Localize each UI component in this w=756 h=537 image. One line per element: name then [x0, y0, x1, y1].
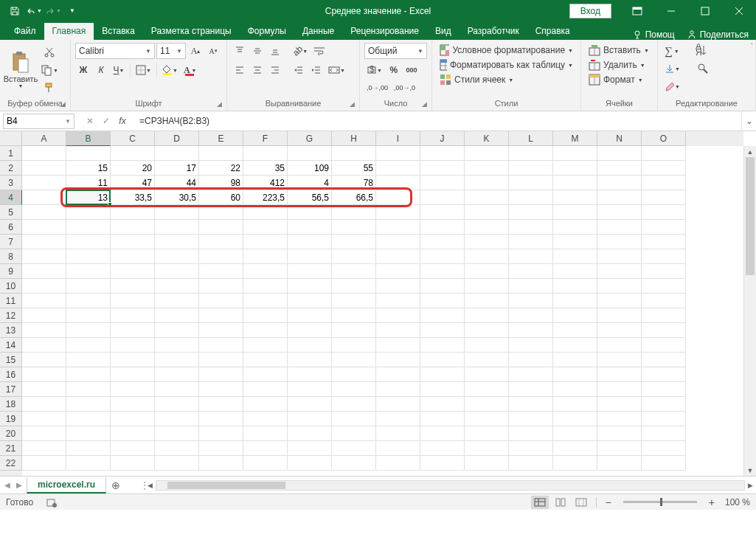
- cell[interactable]: [332, 235, 376, 249]
- cell[interactable]: [597, 323, 642, 338]
- cell[interactable]: [465, 190, 509, 205]
- cell[interactable]: [332, 146, 376, 161]
- cell[interactable]: [22, 412, 66, 426]
- cell[interactable]: [199, 412, 243, 426]
- row-header[interactable]: 1: [0, 146, 22, 161]
- cell[interactable]: [332, 220, 376, 235]
- tab-insert[interactable]: Вставка: [94, 23, 143, 40]
- tab-file[interactable]: Файл: [6, 23, 44, 40]
- cell[interactable]: [111, 146, 155, 161]
- align-bottom-icon[interactable]: [267, 43, 283, 59]
- cell[interactable]: [642, 190, 686, 205]
- cell[interactable]: [111, 338, 155, 353]
- cell[interactable]: [111, 441, 155, 456]
- cell[interactable]: [111, 279, 155, 294]
- tab-view[interactable]: Вид: [427, 23, 460, 40]
- cell[interactable]: [420, 441, 465, 456]
- cell[interactable]: [642, 161, 686, 176]
- cell[interactable]: [66, 205, 111, 220]
- percent-icon[interactable]: %: [386, 62, 402, 78]
- cell[interactable]: [509, 205, 553, 220]
- cell[interactable]: [465, 249, 509, 264]
- cell[interactable]: [509, 264, 553, 279]
- cell[interactable]: [332, 249, 376, 264]
- cell[interactable]: [332, 205, 376, 220]
- cell[interactable]: [288, 205, 332, 220]
- cell[interactable]: [111, 205, 155, 220]
- cell[interactable]: [332, 353, 376, 367]
- cell[interactable]: [597, 338, 642, 353]
- cell[interactable]: [288, 426, 332, 441]
- cell[interactable]: 98: [199, 176, 243, 190]
- cell[interactable]: [553, 353, 597, 367]
- row-header[interactable]: 21: [0, 441, 22, 456]
- cell[interactable]: [509, 353, 553, 367]
- cell[interactable]: [597, 190, 642, 205]
- font-launcher-icon[interactable]: ◢: [215, 99, 224, 108]
- cell[interactable]: [553, 426, 597, 441]
- font-size-combo[interactable]: 11▼: [156, 43, 186, 59]
- cell[interactable]: [243, 294, 288, 308]
- cell[interactable]: [243, 323, 288, 338]
- cell[interactable]: [155, 441, 199, 456]
- cell[interactable]: [199, 441, 243, 456]
- cell[interactable]: [420, 176, 465, 190]
- cell[interactable]: [465, 456, 509, 471]
- cell[interactable]: [66, 249, 111, 264]
- cell[interactable]: [22, 353, 66, 367]
- fill-icon[interactable]: ▼: [662, 60, 682, 77]
- cell[interactable]: [22, 205, 66, 220]
- cell[interactable]: [332, 412, 376, 426]
- cell[interactable]: [155, 323, 199, 338]
- cell[interactable]: [642, 294, 686, 308]
- signin-button[interactable]: Вход: [569, 4, 611, 18]
- cell[interactable]: [376, 323, 420, 338]
- cell[interactable]: [155, 235, 199, 249]
- cell[interactable]: [243, 235, 288, 249]
- cell[interactable]: [199, 353, 243, 367]
- cell[interactable]: [420, 205, 465, 220]
- cell[interactable]: [66, 456, 111, 471]
- cell[interactable]: [111, 426, 155, 441]
- borders-icon[interactable]: ▼: [133, 62, 153, 78]
- cell[interactable]: [66, 323, 111, 338]
- cell[interactable]: [642, 456, 686, 471]
- cell[interactable]: [199, 397, 243, 412]
- cell[interactable]: [465, 412, 509, 426]
- formula-bar[interactable]: =СРЗНАЧ(B2:B3): [135, 114, 741, 129]
- cell[interactable]: [288, 308, 332, 323]
- number-launcher-icon[interactable]: ◢: [420, 99, 429, 108]
- cell[interactable]: [111, 308, 155, 323]
- cell[interactable]: [376, 397, 420, 412]
- cell[interactable]: [420, 235, 465, 249]
- cell[interactable]: [199, 367, 243, 382]
- find-select-icon[interactable]: [691, 60, 715, 77]
- row-header[interactable]: 6: [0, 220, 22, 235]
- cell[interactable]: [66, 264, 111, 279]
- row-header[interactable]: 11: [0, 294, 22, 308]
- cell[interactable]: [597, 308, 642, 323]
- zoom-slider[interactable]: [623, 501, 697, 503]
- cell[interactable]: [465, 146, 509, 161]
- row-header[interactable]: 13: [0, 323, 22, 338]
- cell[interactable]: [111, 412, 155, 426]
- cell[interactable]: [376, 190, 420, 205]
- cell[interactable]: [376, 308, 420, 323]
- cut-icon[interactable]: [38, 44, 60, 60]
- row-header[interactable]: 15: [0, 353, 22, 367]
- column-headers[interactable]: ABCDEFGHIJKLMNO: [22, 131, 743, 146]
- cell[interactable]: [243, 456, 288, 471]
- cell[interactable]: [509, 397, 553, 412]
- cell[interactable]: [111, 367, 155, 382]
- cell[interactable]: [553, 146, 597, 161]
- zoom-out-icon[interactable]: −: [603, 496, 614, 508]
- cell[interactable]: 66,5: [332, 190, 376, 205]
- cell[interactable]: [465, 294, 509, 308]
- cell[interactable]: [155, 426, 199, 441]
- row-header[interactable]: 8: [0, 249, 22, 264]
- cell[interactable]: [66, 426, 111, 441]
- cell[interactable]: [509, 146, 553, 161]
- copy-icon[interactable]: ▼: [38, 62, 60, 78]
- cell[interactable]: [509, 382, 553, 397]
- cell[interactable]: [509, 294, 553, 308]
